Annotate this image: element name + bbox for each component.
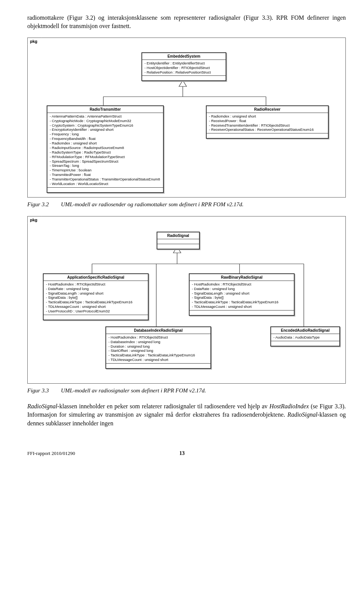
figure-3-2-diagram: pkg EmbeddedSystem EntityIdentifier : En… (27, 38, 346, 198)
class-ops (142, 76, 226, 80)
pkg-label: pkg (27, 216, 42, 223)
class-title: ApplicationSpecificRadioSignal (44, 274, 148, 281)
caption-text: UML-modell av radiosender og radiomottak… (61, 201, 244, 207)
class-ops (207, 133, 328, 138)
figure-3-3-caption: Figur 3.3 UML-modell av radiosignaler so… (27, 387, 346, 394)
intro-paragraph: radiomottakere (Figur 3.2) og interaksjo… (27, 14, 346, 31)
class-title: DatabaseIndexRadioSignal (106, 327, 210, 334)
class-ops (47, 188, 163, 192)
class-title: RawBinaryRadioSignal (190, 274, 294, 281)
class-attrs: AntennaPatternData : AntennaPatternStruc… (47, 113, 163, 188)
class-title: RadioReceiver (207, 106, 328, 113)
uml-class-radioreceiver: RadioReceiver RadioIndex : unsigned shor… (206, 105, 329, 139)
class-title: RadioSignal (157, 232, 199, 239)
class-attrs (157, 239, 199, 244)
uml-class-embeddedsystem: EmbeddedSystem EntityIdentifier : Entity… (141, 52, 226, 82)
uml-class-applicationspecificradiosignal: ApplicationSpecificRadioSignal HostRadio… (43, 273, 149, 320)
class-ops (157, 244, 199, 249)
class-ops (106, 364, 210, 368)
figure-3-3-diagram: pkg RadioSignal ApplicationSpecificRadio… (27, 216, 346, 384)
caption-number: Figur 3.2 (27, 201, 60, 208)
uml-class-databaseindexradiosignal: DatabaseIndexRadioSignal HostRadioIndex … (105, 326, 211, 369)
paragraph-text: RadioSignal-klassen inneholder en peker … (27, 403, 346, 427)
class-attrs: RadioIndex : unsigned shortReceivedPower… (207, 113, 328, 134)
caption-text: UML-modell av radiosignaler som definert… (61, 387, 206, 394)
class-attrs: HostRadioIndex : RTIObjectIdStructDataRa… (190, 281, 294, 310)
uml-class-radiotransmitter: RadioTransmitter AntennaPatternData : An… (47, 105, 164, 193)
class-ops (190, 310, 294, 315)
uml-class-radiosignal: RadioSignal (157, 232, 200, 249)
class-attrs: EntityIdentifier : EntityIdentifierStruc… (142, 60, 226, 76)
page-footer: FFI-rapport 2010/01290 13 (27, 450, 346, 456)
page-number: 13 (179, 450, 185, 456)
class-attrs: AudioData : AudioDataType (271, 334, 339, 341)
class-ops (271, 341, 339, 346)
class-attrs: HostRadioIndex : RTIObjectIdStructDataba… (106, 334, 210, 364)
pkg-label: pkg (27, 38, 42, 45)
class-attrs: HostRadioIndex : RTIObjectIdStructDataRa… (44, 281, 148, 315)
figure-3-2-caption: Figur 3.2 UML-modell av radiosender og r… (27, 201, 346, 208)
body-paragraph: RadioSignal-klassen inneholder en peker … (27, 402, 346, 428)
class-ops (44, 315, 148, 320)
caption-number: Figur 3.3 (27, 387, 60, 394)
class-title: EncodedAudioRadioSignal (271, 327, 339, 334)
report-id: FFI-rapport 2010/01290 (27, 450, 75, 456)
class-title: RadioTransmitter (47, 106, 163, 113)
uml-class-encodedaudioradiosignal: EncodedAudioRadioSignal AudioData : Audi… (270, 326, 340, 347)
class-title: EmbeddedSystem (142, 53, 226, 60)
uml-class-rawbinaryradiosignal: RawBinaryRadioSignal HostRadioIndex : RT… (189, 273, 295, 316)
